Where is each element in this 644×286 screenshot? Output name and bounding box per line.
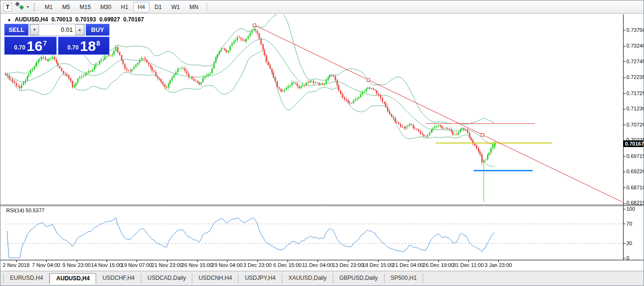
time-axis-label: 26 Nov 15:00 xyxy=(181,262,212,268)
text-tool-icon: T xyxy=(3,3,12,11)
sell-button[interactable]: SELL xyxy=(4,24,29,36)
rsi-axis-label: 70 xyxy=(626,221,632,227)
time-axis-label: 31 Dec 11:00 xyxy=(453,262,484,268)
tab-usdcnh-h4[interactable]: USDCNH,H4 xyxy=(192,273,238,283)
symbol-tabbar: EURUSD,H4AUDUSD,H4USDCHF,H4USDCAD,DailyU… xyxy=(0,271,644,286)
ohlc-low: 0.69927 xyxy=(99,16,120,23)
time-axis-label: 2 Nov 2018 xyxy=(3,262,30,268)
rsi-indicator-label: RSI(14) 50.5377 xyxy=(6,207,45,213)
tab-audusd-h4[interactable]: AUDUSD,H4 xyxy=(50,273,96,284)
text-tool-button[interactable]: T xyxy=(3,2,12,12)
tab-gbpusd-daily[interactable]: GBPUSD,Daily xyxy=(333,273,385,283)
price-axis-label: 0.71230 xyxy=(626,106,644,112)
volume-decrease-button[interactable]: ▼ xyxy=(30,24,39,35)
arrows-objects-icon xyxy=(14,2,25,12)
tab-usdjpy-h4[interactable]: USDJPY,H4 xyxy=(238,273,282,283)
price-axis-label: 0.73750 xyxy=(626,27,644,33)
sell-price-sup: 7 xyxy=(43,39,47,47)
price-axis-label: 0.72745 xyxy=(626,59,644,65)
rsi-axis-label: 0 xyxy=(626,255,629,261)
tab-xauusd-daily[interactable]: XAUUSD,Daily xyxy=(282,273,333,283)
tab-usdchf-h4[interactable]: USDCHF,H4 xyxy=(96,273,141,283)
buy-price-sup: 8 xyxy=(96,39,100,47)
time-axis-label: 6 Dec 15:00 xyxy=(273,262,301,268)
price-axis-label: 0.68215 xyxy=(626,200,644,206)
time-axis-label: 19 Nov 07:00 xyxy=(121,262,152,268)
time-axis-label: 13 Dec 23:00 xyxy=(332,262,363,268)
time-axis-label: 29 Nov 04:00 xyxy=(211,262,242,268)
time-axis-label: 11 Dec 04:00 xyxy=(302,262,333,268)
sell-price-tile[interactable]: 0.70 16 7 xyxy=(4,37,57,55)
drawing-tools-button[interactable]: ▼ xyxy=(14,2,30,12)
timeframe-button-m5[interactable]: M5 xyxy=(58,2,75,12)
buy-price-prefix: 0.70 xyxy=(68,44,79,53)
time-axis-label: 14 Nov 15:00 xyxy=(91,262,122,268)
buy-button[interactable]: BUY xyxy=(86,24,109,36)
timeframe-button-h1[interactable]: H1 xyxy=(117,2,132,12)
tab-usdcad-daily[interactable]: USDCAD,Daily xyxy=(141,273,193,283)
timeframe-button-m15[interactable]: M15 xyxy=(75,2,95,12)
buy-price-big: 18 xyxy=(80,39,96,53)
time-axis-label: 9 Nov 23:00 xyxy=(62,262,90,268)
time-axis-label: 18 Dec 15:00 xyxy=(362,262,393,268)
time-axis-label: 7 Nov 04:00 xyxy=(32,262,60,268)
price-axis-label: 0.69715 xyxy=(626,153,644,159)
timeframe-button-h4[interactable]: H4 xyxy=(133,2,149,12)
timeframe-button-d1[interactable]: D1 xyxy=(150,2,166,12)
toolbar: T ▼ M1M5M15M30H1H4D1W1MN xyxy=(0,0,644,14)
time-axis-label: 3 Jan 23:00 xyxy=(485,262,512,268)
sell-price-prefix: 0.70 xyxy=(14,44,25,53)
price-axis-label: 0.69220 xyxy=(626,168,644,175)
price-axis-label: 0.73240 xyxy=(626,43,644,49)
toolbar-drag-handle[interactable] xyxy=(34,3,36,11)
sell-price-big: 16 xyxy=(27,39,42,53)
ohlc-open: 0.70013 xyxy=(51,16,72,23)
time-axis-label: 3 Dec 23:00 xyxy=(243,262,271,268)
time-axis-label: 21 Nov 23:00 xyxy=(151,262,182,268)
volume-input[interactable] xyxy=(39,24,75,35)
timeframe-button-m30[interactable]: M30 xyxy=(96,2,116,12)
volume-increase-button[interactable]: ▲ xyxy=(75,24,84,35)
rsi-axis-label: 30 xyxy=(626,240,632,247)
chart-window: T ▼ M1M5M15M30H1H4D1W1MN ▲ AUDUSD,H4 0.7… xyxy=(0,0,644,286)
symbol-marker-icon: ▲ xyxy=(7,17,11,22)
ohlc-high: 0.70193 xyxy=(75,16,96,23)
timeframe-button-m1[interactable]: M1 xyxy=(40,2,57,12)
rsi-axis-label: 100 xyxy=(626,206,635,212)
price-axis-label: 0.70720 xyxy=(626,122,644,128)
toolbar-separator xyxy=(207,2,207,12)
chart-title: ▲ AUDUSD,H4 0.70013 0.70193 0.69927 0.70… xyxy=(7,16,144,23)
one-click-trading-panel: SELL ▼ ▲ BUY 0.70 16 7 0.70 18 8 xyxy=(4,24,109,55)
time-axis-label: 26 Dec 19:00 xyxy=(423,262,454,268)
tab-eurusd-h4[interactable]: EURUSD,H4 xyxy=(3,273,50,283)
price-axis-label: 0.68710 xyxy=(626,185,644,191)
tab-sp500-h1[interactable]: SP500,H1 xyxy=(385,273,424,283)
time-axis-label: 21 Dec 04:00 xyxy=(392,262,423,268)
price-axis-label: 0.71725 xyxy=(626,90,644,97)
buy-price-tile[interactable]: 0.70 18 8 xyxy=(58,37,109,55)
timeframe-button-mn[interactable]: MN xyxy=(185,2,203,12)
current-price-badge: 0.70167 xyxy=(624,140,644,147)
symbol-period-label: AUDUSD,H4 xyxy=(15,16,48,23)
chevron-down-icon: ▼ xyxy=(26,5,30,9)
timeframe-group: M1M5M15M30H1H4D1W1MN xyxy=(40,2,203,12)
price-axis-label: 0.72235 xyxy=(626,74,644,80)
ohlc-close: 0.70167 xyxy=(123,16,144,23)
timeframe-button-w1[interactable]: W1 xyxy=(167,2,184,12)
